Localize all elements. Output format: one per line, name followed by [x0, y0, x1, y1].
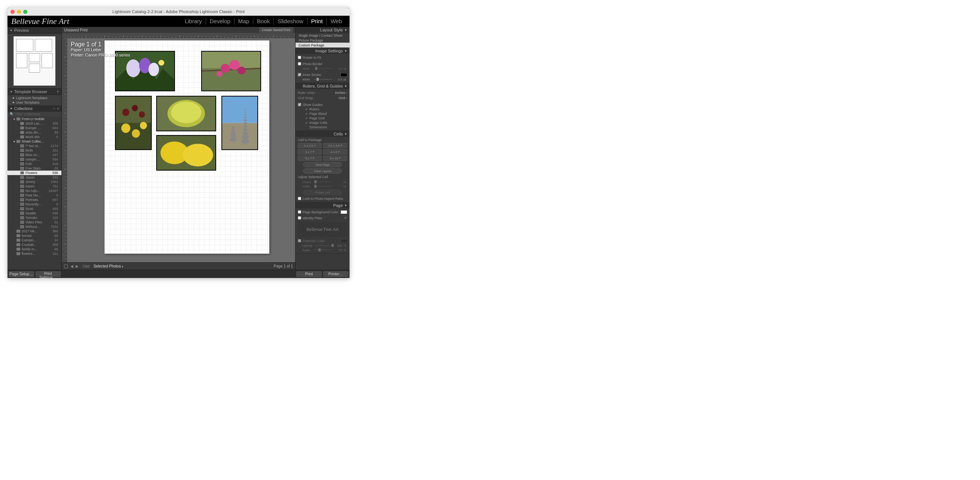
photo-cell[interactable] [115, 51, 175, 91]
collection-row[interactable]: Seattle838 [8, 211, 61, 215]
cells-header[interactable]: Cells▼ [296, 131, 350, 137]
collection-row[interactable]: Campin…24 [8, 238, 61, 242]
template-group[interactable]: ▶Lightroom Templates [8, 96, 61, 100]
print-button[interactable]: Print [296, 271, 322, 277]
maximize-window-button[interactable] [23, 10, 27, 14]
print-paper[interactable] [105, 40, 269, 253]
rulers-grid-guides-header[interactable]: Rulers, Grid & Guides▼ [296, 83, 350, 89]
override-color-swatch[interactable] [340, 239, 347, 243]
photo-border-checkbox[interactable] [298, 62, 301, 65]
photo-cell[interactable] [221, 96, 258, 150]
new-page-button[interactable]: New Page [303, 162, 342, 167]
minimize-window-button[interactable] [17, 10, 21, 14]
close-window-button[interactable] [11, 10, 14, 14]
collection-row[interactable]: Video Files51 [8, 220, 61, 225]
collection-row[interactable]: Without…7522 [8, 225, 61, 229]
collections-filter[interactable]: 🔍 Filter Collections [8, 111, 61, 117]
module-develop[interactable]: Develop [206, 18, 234, 24]
template-group[interactable]: ▶User Templates [8, 100, 61, 105]
inner-stroke-checkbox[interactable] [298, 73, 301, 76]
layout-style-option[interactable]: Custom Package [296, 43, 350, 48]
show-guides-checkbox[interactable] [298, 103, 301, 106]
collection-row[interactable]: Crystals…259 [8, 242, 61, 247]
clear-layout-button[interactable]: Clear Layout [303, 168, 342, 174]
next-page-button[interactable]: ▶ [75, 264, 80, 268]
template-browser-header[interactable]: ▼Template Browser+ [8, 88, 61, 95]
collection-row[interactable]: flowers…121 [8, 252, 61, 256]
guide-option[interactable]: ✓Page Grid [298, 116, 347, 120]
collection-row[interactable]: Recently…0 [8, 202, 61, 206]
collection-row[interactable]: Europe …844 [8, 126, 61, 130]
printer-button[interactable]: Printer… [323, 271, 349, 277]
override-color-checkbox[interactable] [298, 239, 301, 242]
print-settings-button[interactable]: Print Settings… [36, 271, 61, 277]
photo-cell[interactable] [201, 51, 261, 91]
module-slideshow[interactable]: Slideshow [274, 18, 307, 24]
collection-row[interactable]: Work shit0 [8, 135, 61, 139]
create-saved-print-button[interactable]: Create Saved Print [259, 27, 293, 33]
module-print[interactable]: Print [307, 18, 327, 24]
collection-row[interactable]: siolo din…33 [8, 130, 61, 135]
collection-row[interactable]: Flowers535 [8, 171, 61, 175]
preview-panel-header[interactable]: ▼Preview [8, 27, 61, 34]
page-bg-color-swatch[interactable] [340, 210, 347, 214]
module-library[interactable]: Library [181, 18, 206, 24]
collection-row[interactable]: birds221 [8, 148, 61, 153]
collection-row[interactable]: Jimmy1084 [8, 180, 61, 184]
collections-list[interactable]: ▼From Lr mobile2018 Las…305Europe …844si… [8, 117, 61, 256]
guide-option[interactable]: ✓Rulers [298, 107, 347, 111]
page-bg-color-checkbox[interactable] [298, 210, 301, 214]
collection-row[interactable]: Scott453 [8, 206, 61, 211]
collection-row[interactable]: Portraits557 [8, 198, 61, 202]
page-section-header[interactable]: Page▼ [296, 203, 350, 208]
collection-row[interactable]: Japan153 [8, 175, 61, 180]
module-map[interactable]: Map [234, 18, 253, 24]
inner-stroke-width-slider[interactable]: Width3.0pt [298, 77, 347, 82]
collection-row[interactable]: Tomoko210 [8, 215, 61, 220]
collection-row[interactable]: 2018 Las…305 [8, 121, 61, 126]
identity-plate[interactable]: Bellevue Fine Art [11, 16, 69, 26]
cell-preset-button[interactable]: 5 x 7▾ [298, 156, 322, 161]
photo-cell[interactable] [156, 135, 216, 171]
page-setup-button[interactable]: Page Setup… [9, 271, 34, 277]
rotate-to-fit-checkbox[interactable] [298, 56, 301, 59]
photo-cell[interactable] [115, 96, 152, 150]
layout-style-option[interactable]: Picture Package [296, 38, 350, 43]
cell-preset-button[interactable]: 8 x 10▾ [323, 156, 347, 161]
cell-preset-button[interactable]: 3 x 7▾ [298, 149, 322, 155]
collection-row[interactable]: Karen751 [8, 184, 61, 189]
identity-plate-angle[interactable]: 0° [344, 216, 347, 220]
cell-preset-button[interactable]: 2 x 2.5▾ [298, 143, 322, 148]
collections-header[interactable]: ▼Collections−+ [8, 106, 61, 111]
guide-option[interactable]: Dimensions [298, 125, 347, 130]
collection-row[interactable]: ▼From Lr mobile [8, 117, 61, 121]
cell-width-slider[interactable]: Widthin [298, 184, 347, 189]
identity-opacity-slider[interactable]: Opacity100% [298, 243, 347, 248]
image-settings-header[interactable]: Image Settings▼ [296, 48, 350, 54]
collection-row[interactable]: ** two st…1174 [8, 144, 61, 148]
collection-row[interactable]: No Adju…16357 [8, 189, 61, 193]
collection-row[interactable]: bonsai68 [8, 233, 61, 238]
cell-preset-button[interactable]: 2.5 x 3.5▾ [323, 143, 347, 148]
collection-row[interactable]: 2017 hik…389 [8, 229, 61, 233]
collection-row[interactable]: Past Mo…0 [8, 193, 61, 198]
collection-row[interactable]: Blue An…167 [8, 153, 61, 157]
identity-plate-preview[interactable]: Bellevue Fine Art [298, 222, 347, 237]
grid-snap-dropdown[interactable]: Grid [339, 96, 347, 100]
photo-cell[interactable] [156, 96, 216, 131]
collection-row[interactable]: campin…594 [8, 157, 61, 162]
soft-proof-checkbox[interactable] [64, 265, 68, 268]
cell-preset-button[interactable]: 4 x 6▾ [323, 149, 347, 155]
identity-scale-slider[interactable]: Scale25% [298, 248, 347, 252]
prev-page-button[interactable]: ◀ [69, 264, 75, 268]
photo-border-width-slider[interactable]: Width1.0pt [298, 66, 347, 71]
collection-row[interactable]: Five Stars28 [8, 166, 61, 171]
guide-option[interactable]: ✓Page Bleed [298, 111, 347, 116]
lock-aspect-checkbox[interactable] [298, 197, 301, 200]
layout-style-option[interactable]: Single Image / Contact Sheet [296, 33, 350, 38]
guide-option[interactable]: ✓Image Cells [298, 120, 347, 125]
ruler-units-dropdown[interactable]: Inches [335, 91, 347, 95]
collection-row[interactable]: Fish416 [8, 162, 61, 166]
rotate-cell-button[interactable]: Rotate Cell [303, 190, 342, 195]
identity-plate-checkbox[interactable] [298, 216, 301, 220]
